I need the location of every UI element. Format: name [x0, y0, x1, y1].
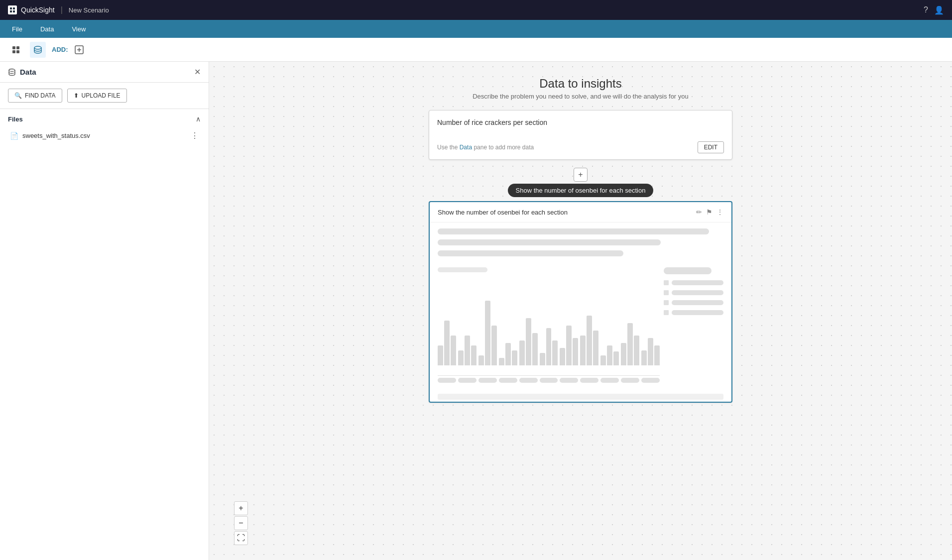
x-label: [458, 378, 476, 383]
bar-group-4: [499, 343, 517, 365]
bar-group-6: [540, 328, 558, 365]
top-bar-actions: ? 👤: [924, 5, 944, 15]
chevron-up-icon[interactable]: ∧: [196, 115, 201, 123]
x-label: [641, 378, 660, 383]
file-more-icon[interactable]: ⋮: [191, 131, 199, 140]
svg-point-8: [34, 46, 41, 49]
sidebar-close-button[interactable]: ✕: [194, 68, 201, 76]
legend-dot-1: [664, 280, 669, 285]
legend-dot-3: [664, 300, 669, 305]
data-icon[interactable]: [30, 42, 46, 58]
chart-scroll-bar: [438, 394, 723, 400]
find-data-button[interactable]: 🔍 FIND DATA: [8, 89, 62, 103]
query-card: Number of rice crackers per section Use …: [429, 110, 732, 160]
data-pane-link[interactable]: Data: [460, 144, 472, 151]
chart-header: Show the number of osenbei for each sect…: [430, 202, 731, 223]
bar-group-1: [438, 321, 456, 365]
scenario-name: New Scenario: [69, 6, 109, 14]
bar-group-9: [600, 345, 619, 365]
chart-actions: ✏ ⚑ ⋮: [696, 208, 723, 216]
bar: [613, 351, 619, 365]
bar: [526, 318, 531, 365]
file-name: sweets_with_status.csv: [22, 132, 90, 139]
bar: [458, 350, 464, 365]
edit-chart-icon[interactable]: ✏: [696, 208, 702, 216]
sidebar: Data ✕ 🔍 FIND DATA ⬆ UPLOAD FILE Files ∧…: [0, 62, 209, 560]
zoom-in-button[interactable]: +: [234, 501, 248, 515]
legend-text-2: [672, 290, 723, 295]
skeleton-line-2: [438, 239, 661, 245]
chart-card: Show the number of osenbei for each sect…: [429, 201, 732, 403]
chart-body: [430, 261, 731, 392]
legend-item-2: [664, 290, 723, 295]
edit-button[interactable]: EDIT: [698, 141, 724, 153]
bar: [444, 321, 450, 365]
bar: [573, 338, 578, 365]
more-chart-icon[interactable]: ⋮: [716, 208, 723, 216]
search-icon: 🔍: [14, 92, 22, 99]
svg-point-12: [9, 69, 15, 71]
add-label: ADD:: [52, 46, 68, 53]
sidebar-title-text: Data: [20, 68, 36, 76]
add-visual-icon[interactable]: [71, 42, 87, 58]
bar: [519, 340, 525, 365]
bar: [587, 316, 592, 365]
flag-chart-icon[interactable]: ⚑: [706, 208, 713, 216]
bar: [580, 336, 586, 365]
bar-group-7: [560, 326, 578, 365]
zoom-controls: + − ⛶: [234, 501, 248, 545]
files-section: Files ∧ 📄 sweets_with_status.csv ⋮: [0, 109, 209, 150]
user-icon[interactable]: 👤: [934, 5, 944, 15]
x-label: [540, 378, 558, 383]
bar: [634, 336, 639, 365]
menu-item-data[interactable]: Data: [36, 23, 58, 35]
sidebar-title: Data: [8, 68, 36, 76]
bar: [641, 350, 647, 365]
bar: [552, 340, 558, 365]
bar: [438, 345, 443, 365]
content-area: Data to insights Describe the problem yo…: [209, 62, 952, 560]
menu-item-file[interactable]: File: [8, 23, 26, 35]
bar: [600, 355, 606, 365]
x-axis-labels: [438, 378, 660, 386]
x-label: [478, 378, 497, 383]
quicksight-logo-icon: [8, 5, 17, 14]
add-section-button[interactable]: +: [574, 168, 588, 182]
files-section-label: Files: [8, 115, 23, 123]
grid-view-icon[interactable]: [8, 42, 24, 58]
help-icon[interactable]: ?: [924, 5, 928, 14]
bar: [532, 333, 538, 365]
legend-title-skeleton: [664, 267, 712, 274]
svg-rect-0: [10, 7, 12, 9]
svg-rect-5: [16, 46, 19, 49]
fit-button[interactable]: ⛶: [234, 531, 248, 545]
bar-group-5: [519, 318, 538, 365]
legend-item-3: [664, 300, 723, 305]
bar: [478, 355, 484, 365]
bar: [540, 353, 545, 365]
tooltip-bubble: Show the number of osenbei for each sect…: [508, 184, 654, 197]
data-sidebar-icon: [8, 68, 16, 76]
legend-dot-4: [664, 310, 669, 315]
logo-area: QuickSight: [8, 5, 55, 14]
upload-file-button[interactable]: ⬆ UPLOAD FILE: [67, 89, 127, 103]
zoom-out-button[interactable]: −: [234, 516, 248, 530]
svg-rect-2: [10, 10, 12, 12]
legend-item-4: [664, 310, 723, 315]
skeleton-line-3: [438, 250, 623, 256]
menu-item-view[interactable]: View: [68, 23, 90, 35]
file-document-icon: 📄: [10, 132, 18, 140]
skeleton-line-1: [438, 228, 709, 234]
x-label: [499, 378, 517, 383]
bar: [627, 323, 633, 365]
svg-rect-7: [16, 50, 19, 53]
bar: [505, 343, 511, 365]
bar-group-8: [580, 316, 598, 365]
sidebar-header: Data ✕: [0, 62, 209, 83]
bar: [654, 345, 660, 365]
bar: [491, 326, 497, 365]
files-header: Files ∧: [8, 115, 201, 123]
nav-divider: |: [61, 5, 63, 14]
legend-dot-2: [664, 290, 669, 295]
bar-group-11: [641, 338, 660, 365]
